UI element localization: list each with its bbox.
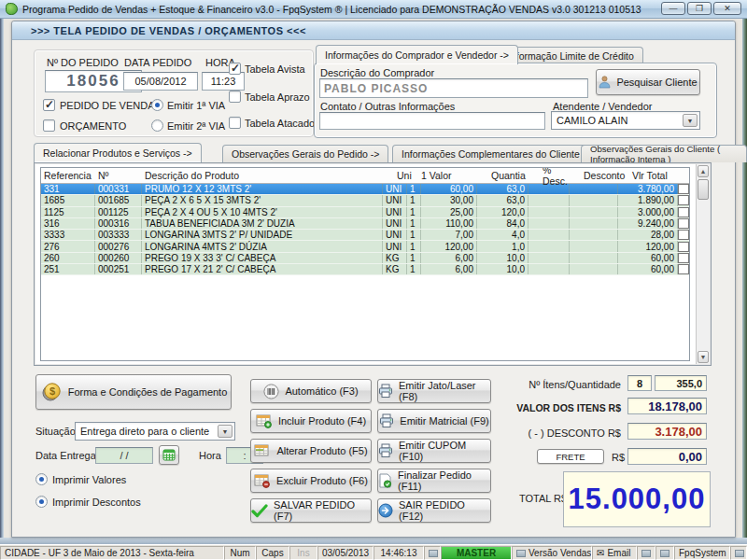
valor-itens-label: VALOR DOS ITENS R$ — [516, 402, 621, 413]
total-label: TOTAL R$ — [519, 493, 567, 504]
imprimir-descontos-label: Imprimir Descontos — [52, 497, 141, 508]
emitir-1via-radio[interactable] — [151, 99, 163, 111]
scroll-thumb[interactable] — [698, 179, 709, 200]
itens-quantidade-label: Nº Ítens/Quantidade — [516, 379, 621, 390]
orcamento-label: ORÇAMENTO — [60, 120, 126, 132]
minimize-button[interactable]: — — [661, 2, 685, 15]
contato-field[interactable] — [319, 112, 545, 130]
grid-edit-icon — [254, 444, 271, 458]
header-numero[interactable]: Nº — [95, 170, 142, 181]
descricao-comprador-field[interactable]: PABLO PICASSO — [319, 78, 588, 98]
document-check-icon — [378, 473, 392, 488]
desconto-field: 3.178,00 — [627, 423, 707, 440]
table-row[interactable]: 1125001125PEÇA 2 X 4 OU 5 X 10 4MTS 2'UN… — [41, 207, 689, 218]
exit-arrow-icon — [378, 503, 393, 518]
header-descricao[interactable]: Descrição do Produto — [142, 170, 394, 181]
header-quantia[interactable]: Quantia — [488, 170, 540, 181]
pesquisar-cliente-button[interactable]: Pesquisar Cliente — [596, 69, 700, 95]
printer-icon — [378, 384, 393, 399]
table-row[interactable]: 276000276LONGARINA 4MTS 2' DÚZIAUNI1120,… — [41, 241, 689, 252]
header-vlr-total[interactable]: Vlr Total — [629, 170, 689, 181]
window-titlebar[interactable]: Programa Pedido de Vendas + Estoque & Fi… — [0, 0, 747, 19]
emitir-2via-radio[interactable] — [151, 119, 163, 132]
status-lock-icon — [730, 546, 747, 560]
printer-icon — [378, 443, 393, 458]
payment-button[interactable]: $ Forma e Condições de Pagamento — [35, 374, 232, 410]
frete-field: 0,00 — [627, 448, 707, 465]
table-header[interactable]: Referencia Nº Descrição do Produto Uni 1… — [41, 168, 689, 184]
scroll-up-icon[interactable]: ▲ — [698, 165, 709, 177]
emitir-cupom-button[interactable]: Emitir CUPOM (F10) — [377, 439, 491, 463]
table-scrollbar[interactable]: ▲ ▼ — [696, 164, 710, 364]
excluir-produto-button[interactable]: Excluir Produto (F6) — [250, 469, 372, 493]
imprimir-descontos-radio[interactable] — [35, 496, 48, 508]
incluir-produto-button[interactable]: Incluir Produto (F4) — [250, 409, 372, 433]
sair-pedido-label: SAIR PEDIDO (F12) — [399, 499, 490, 522]
scroll-down-icon[interactable]: ▼ — [698, 351, 709, 363]
status-user-icon — [424, 546, 441, 560]
table-row[interactable]: 331000331PRUMO 12 X 12 3MTS 2'UNI160,006… — [41, 184, 689, 195]
form-titlebar: >>> TELA PEDIDO DE VENDAS / ORÇAMENTOS <… — [12, 21, 735, 40]
tab-cliente-interna[interactable]: Observações Gerais do Cliente ( Informaç… — [581, 145, 747, 162]
header-desconto[interactable]: Desconto — [581, 170, 629, 181]
table-row[interactable]: 3333003333LONGARINA 3MTS 2' P/ UNIDADEUN… — [41, 230, 689, 241]
coin-icon: $ — [40, 381, 63, 403]
calendar-button[interactable] — [159, 445, 179, 465]
header-valor[interactable]: 1 Valor — [418, 170, 488, 181]
status-bar: CIDADE - UF 3 de Maio de 2013 - Sexta-fe… — [0, 544, 747, 560]
tabela-avista-checkbox[interactable] — [229, 63, 241, 75]
sair-pedido-button[interactable]: SAIR PEDIDO (F12) — [377, 498, 491, 523]
order-time-field[interactable]: 11:23 — [202, 72, 245, 91]
tabela-aprazo-checkbox[interactable] — [229, 91, 241, 103]
table-row[interactable]: 316000316TABUA BENEFICIADA 3M 2' DUZIAUN… — [41, 218, 689, 230]
check-icon — [251, 504, 268, 518]
tabela-atacado-label: Tabela Atacado — [245, 118, 315, 129]
situacao-select[interactable]: Entrega direto para o cliente — [75, 422, 235, 441]
email-icon: ✉ — [597, 548, 604, 558]
data-entrega-label: Data Entrega — [35, 450, 96, 461]
tabela-aprazo-label: Tabela Aprazo — [245, 91, 310, 103]
imprimir-valores-radio[interactable] — [35, 473, 48, 485]
header-uni[interactable]: Uni — [394, 170, 418, 181]
window-frame-left — [0, 19, 4, 544]
frete-button[interactable]: FRETE — [537, 449, 604, 464]
pedido-venda-checkbox[interactable] — [43, 99, 55, 111]
tab-observacoes-pedido[interactable]: Observações Gerais do Pedido -> — [222, 145, 388, 162]
grid-minus-icon — [254, 474, 271, 488]
header-referencia[interactable]: Referencia — [41, 170, 95, 181]
status-time: 14:46:13 — [374, 546, 424, 560]
emitir-jato-button[interactable]: Emitir Jato/Laser (F8) — [377, 379, 491, 403]
emitir-matricial-label: Emitir Matricial (F9) — [400, 415, 488, 427]
emitir-1via-label: Emitir 1ª VIA — [167, 100, 225, 111]
status-email[interactable]: ✉Email — [592, 546, 637, 560]
tab-produtos[interactable]: Relacionar Produtos e Serviços -> — [34, 143, 202, 162]
tab-complementares[interactable]: Informações Complementares do Cliente -> — [392, 145, 600, 162]
contato-label: Contato / Outras Informações — [320, 101, 455, 112]
order-date-field[interactable]: 05/08/2012 — [123, 72, 198, 91]
automatico-button[interactable]: Automático (F3) — [250, 379, 372, 403]
data-entrega-field[interactable]: / / — [95, 447, 153, 464]
table-row[interactable]: 260000260PREGO 19 X 33 3' C/ CABEÇAKG16,… — [41, 253, 689, 264]
hora-entrega-label: Hora — [199, 450, 221, 461]
descricao-comprador-label: Descrição do Comprador — [320, 67, 434, 78]
tab-comprador[interactable]: Informações do Comprador e Vendedor -> — [316, 45, 518, 64]
close-button[interactable]: ✕ — [713, 2, 741, 15]
maximize-button[interactable]: ❐ — [687, 2, 712, 15]
tabela-avista-label: Tabela Avista — [245, 63, 305, 75]
tabela-atacado-checkbox[interactable] — [229, 117, 241, 129]
orcamento-checkbox[interactable] — [43, 119, 55, 132]
status-date: 03/05/2013 — [317, 546, 374, 560]
calendar-icon — [162, 449, 176, 461]
table-row[interactable]: 1685001685PEÇA 2 X 6 5 X 15 3MTS 2'UNI13… — [41, 195, 689, 206]
alterar-produto-button[interactable]: Alterar Produto (F5) — [250, 439, 372, 463]
itens-count-field: 8 — [627, 375, 652, 391]
status-num: Num — [224, 546, 256, 560]
salvar-pedido-button[interactable]: SALVAR PEDIDO (F7) — [250, 498, 372, 523]
window-frame-bottom — [0, 538, 747, 544]
atendente-select[interactable]: CAMILO ALAIN — [551, 111, 700, 130]
order-number-label: Nº DO PEDIDO — [47, 57, 119, 68]
table-row[interactable]: 251000251PREGO 17 X 21 2' C/ CABEÇAKG16,… — [41, 264, 689, 275]
emitir-matricial-button[interactable]: Emitir Matricial (F9) — [377, 409, 491, 433]
incluir-produto-label: Incluir Produto (F4) — [278, 415, 366, 427]
finalizar-pedido-button[interactable]: Finalizar Pedido (F11) — [377, 469, 491, 493]
